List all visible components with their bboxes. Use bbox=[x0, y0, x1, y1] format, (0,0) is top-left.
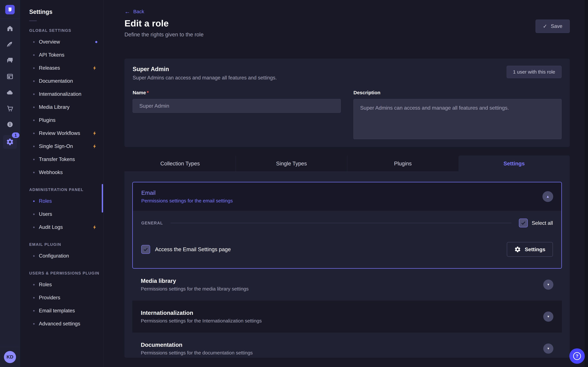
section-header-administration-panel: ADMINISTRATION PANEL bbox=[20, 179, 104, 195]
back-arrow-icon: ← bbox=[124, 9, 130, 14]
accordion-email-subtitle: Permissions settings for the email setti… bbox=[141, 198, 553, 204]
content-type-builder-icon[interactable] bbox=[6, 73, 14, 80]
sidebar-item-roles-up[interactable]: Roles bbox=[20, 278, 104, 291]
name-label: Name* bbox=[133, 90, 341, 95]
description-field-group: Description Super Admins can access and … bbox=[354, 90, 562, 139]
media-library-icon[interactable] bbox=[6, 57, 14, 64]
accordion-email-body: GENERAL Select all Access bbox=[133, 211, 561, 268]
bullet bbox=[33, 284, 35, 285]
settings-rail-item[interactable]: 1 bbox=[3, 135, 17, 149]
icon-rail: 1 KD bbox=[0, 0, 20, 367]
accordion-internationalization[interactable]: Internationalization Permissions setting… bbox=[132, 300, 562, 333]
chevron-up-icon: ▲ bbox=[546, 194, 550, 199]
bullet bbox=[33, 226, 35, 228]
users-with-role-button[interactable]: 1 user with this role bbox=[507, 66, 562, 78]
tab-single-types[interactable]: Single Types bbox=[236, 155, 347, 172]
bullet bbox=[33, 146, 35, 147]
lightning-icon bbox=[92, 65, 97, 71]
help-button[interactable]: ? bbox=[569, 348, 585, 364]
sidebar-item-review-workflows[interactable]: Review Workflows bbox=[20, 127, 104, 140]
sidebar-item-advanced-settings[interactable]: Advanced settings bbox=[20, 317, 104, 330]
permission-checkbox[interactable] bbox=[141, 245, 150, 254]
bullet bbox=[33, 120, 35, 121]
role-name-heading: Super Admin bbox=[133, 66, 562, 73]
select-all-label: Select all bbox=[532, 220, 553, 226]
back-link[interactable]: ← Back bbox=[124, 0, 144, 14]
tab-settings[interactable]: Settings bbox=[458, 155, 570, 172]
strapi-logo-mark bbox=[6, 6, 14, 13]
check-icon: ✓ bbox=[543, 23, 547, 29]
sidebar-item-roles-admin[interactable]: Roles bbox=[20, 195, 104, 208]
avatar[interactable]: KD bbox=[4, 351, 16, 363]
sidebar-item-users[interactable]: Users bbox=[20, 208, 104, 221]
bullet bbox=[33, 200, 35, 202]
section-header-users-permissions-plugin: USERS & PERMISSIONS PLUGIN bbox=[20, 262, 104, 278]
content-manager-icon[interactable] bbox=[6, 41, 14, 48]
sidebar-item-documentation[interactable]: Documentation bbox=[20, 75, 104, 88]
bullet bbox=[33, 297, 35, 299]
sidebar-item-api-tokens[interactable]: API Tokens bbox=[20, 49, 104, 61]
bullet bbox=[33, 54, 35, 56]
group-divider bbox=[171, 223, 511, 223]
chevron-down-icon: ▼ bbox=[547, 347, 550, 350]
gear-icon bbox=[514, 246, 521, 253]
save-button[interactable]: ✓ Save bbox=[536, 20, 570, 33]
info-icon[interactable] bbox=[6, 121, 14, 128]
tab-plugins[interactable]: Plugins bbox=[347, 155, 458, 172]
bullet bbox=[33, 107, 35, 108]
lightning-icon bbox=[92, 131, 97, 136]
accordion-email-title: Email bbox=[141, 190, 553, 196]
description-label: Description bbox=[354, 90, 562, 95]
select-all-checkbox[interactable] bbox=[519, 218, 528, 227]
subnav-scrollbar-thumb[interactable] bbox=[102, 184, 103, 213]
email-settings-button[interactable]: Settings bbox=[507, 242, 553, 257]
lightning-icon bbox=[92, 144, 97, 149]
sidebar-item-plugins[interactable]: Plugins bbox=[20, 114, 104, 127]
sidebar-item-email-templates[interactable]: Email templates bbox=[20, 304, 104, 317]
accordion-email-header[interactable]: Email Permissions settings for the email… bbox=[133, 182, 561, 211]
permissions-tablist: Collection Types Single Types Plugins Se… bbox=[124, 155, 570, 172]
settings-notification-badge: 1 bbox=[12, 133, 19, 138]
sidebar-item-overview[interactable]: Overview bbox=[20, 35, 104, 49]
settings-subnav: Settings GLOBAL SETTINGS Overview API To… bbox=[20, 0, 104, 367]
sidebar-item-internationalization[interactable]: Internationalization bbox=[20, 88, 104, 101]
role-description-text: Super Admins can access and manage all f… bbox=[133, 75, 562, 81]
accordion-media-library[interactable]: Media library Permissions settings for t… bbox=[132, 269, 562, 300]
home-icon[interactable] bbox=[6, 25, 14, 32]
checkmark-icon bbox=[520, 220, 526, 226]
bullet bbox=[33, 310, 35, 312]
sidebar-item-providers[interactable]: Providers bbox=[20, 291, 104, 304]
chevron-down-icon: ▼ bbox=[547, 315, 550, 318]
sidebar-item-webhooks[interactable]: Webhooks bbox=[20, 166, 104, 179]
page-scrollbar-track[interactable] bbox=[585, 0, 588, 367]
sidebar-item-configuration[interactable]: Configuration bbox=[20, 249, 104, 262]
subnav-title: Settings bbox=[29, 8, 104, 15]
tab-collection-types[interactable]: Collection Types bbox=[124, 155, 236, 172]
marketplace-icon[interactable] bbox=[6, 105, 14, 112]
section-header-global-settings: GLOBAL SETTINGS bbox=[20, 21, 104, 35]
expand-button[interactable]: ▼ bbox=[543, 343, 553, 354]
bullet bbox=[33, 323, 35, 325]
description-textarea[interactable]: Super Admins can access and manage all f… bbox=[354, 99, 562, 139]
expand-button[interactable]: ▼ bbox=[543, 280, 553, 290]
sidebar-item-releases[interactable]: Releases bbox=[20, 61, 104, 75]
cloud-icon[interactable] bbox=[6, 89, 14, 96]
sidebar-item-audit-logs[interactable]: Audit Logs bbox=[20, 221, 104, 234]
bullet bbox=[33, 255, 35, 257]
bullet bbox=[33, 67, 35, 69]
accordion-documentation[interactable]: Documentation Permissions settings for t… bbox=[132, 333, 562, 358]
sidebar-item-transfer-tokens[interactable]: Transfer Tokens bbox=[20, 153, 104, 166]
collapse-button[interactable]: ▲ bbox=[542, 191, 553, 202]
sidebar-item-single-sign-on[interactable]: Single Sign-On bbox=[20, 140, 104, 153]
section-header-email-plugin: EMAIL PLUGIN bbox=[20, 234, 104, 249]
strapi-logo[interactable] bbox=[5, 5, 15, 14]
sidebar-item-media-library[interactable]: Media Library bbox=[20, 101, 104, 114]
name-input[interactable]: Super Admin bbox=[133, 99, 341, 113]
page-subtitle: Define the rights given to the role bbox=[124, 32, 570, 38]
bullet bbox=[33, 41, 35, 43]
bullet bbox=[33, 80, 35, 82]
permission-label: Access the Email Settings page bbox=[155, 246, 231, 252]
rail-footer: KD bbox=[0, 347, 20, 367]
page-title: Edit a role bbox=[124, 18, 570, 29]
expand-button[interactable]: ▼ bbox=[543, 312, 553, 322]
